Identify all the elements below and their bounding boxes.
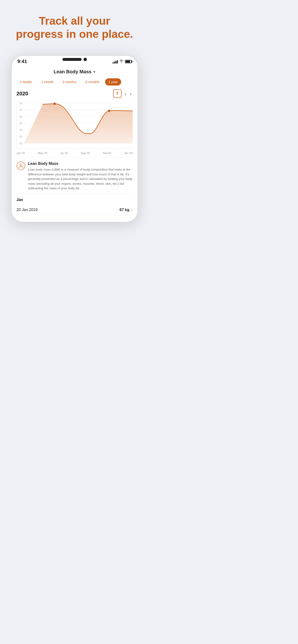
lean-body-mass-icon <box>17 162 25 171</box>
row-right: 67 kg › <box>119 208 132 212</box>
page-title-row: Lean Body Mass ▾ <box>17 66 133 78</box>
x-label-3: Sep '20 <box>81 152 90 154</box>
info-section: Lean Body Mass Lean body mass (LBM) is a… <box>17 158 133 194</box>
signal-icon <box>112 60 118 64</box>
date-section: Jan 20 Jan 2019 67 kg › <box>17 194 133 217</box>
status-time: 9:41 <box>18 59 27 64</box>
phone-content: Lean Body Mass ▾ 2 weeks 1 month 3 month… <box>12 66 137 222</box>
row-date: 20 Jan 2019 <box>17 208 38 212</box>
table-row[interactable]: 20 Jan 2019 67 kg › <box>17 205 133 215</box>
x-label-2: Jul '20 <box>60 152 68 154</box>
chart-header: 2020 T ‹ › <box>17 89 133 98</box>
x-label-4: Nov'20 <box>103 152 111 154</box>
hero-title: Track all your progress in one place. <box>0 0 149 50</box>
filter-1month[interactable]: 1 month <box>38 78 57 86</box>
svg-point-14 <box>53 102 56 105</box>
x-label-0: Jan '20 <box>17 152 25 154</box>
next-arrow-icon[interactable]: › <box>129 90 133 98</box>
filter-3months[interactable]: 3 months <box>59 78 80 86</box>
chevron-down-icon[interactable]: ▾ <box>93 70 95 74</box>
t-button[interactable]: T <box>113 89 122 98</box>
svg-text:67: 67 <box>20 108 22 112</box>
row-value: 67 kg <box>119 208 129 212</box>
status-icons <box>112 60 132 64</box>
filter-1year[interactable]: 1 year <box>105 78 121 86</box>
x-label-1: May '20 <box>38 152 47 154</box>
svg-text:62: 62 <box>20 142 22 145</box>
filter-2weeks[interactable]: 2 weeks <box>17 78 36 86</box>
date-section-label: Jan <box>17 198 133 202</box>
page-title: Lean Body Mass <box>54 69 92 74</box>
wifi-icon <box>119 60 123 64</box>
chart-area: 68 67 66 65 64 63 62 <box>17 101 133 149</box>
battery-fill <box>126 60 130 62</box>
status-bar: 9:41 <box>12 56 137 66</box>
chart-year: 2020 <box>17 90 28 97</box>
chart-x-labels: Jan '20 May '20 Jul '20 Sep '20 Nov'20 J… <box>17 151 133 158</box>
svg-text:66: 66 <box>20 115 22 118</box>
x-label-5: Jan '20 <box>124 152 132 154</box>
phone-frame: 9:41 Lean Body Mass ▾ <box>11 55 138 222</box>
prev-arrow-icon[interactable]: ‹ <box>123 90 127 98</box>
info-text-block: Lean Body Mass Lean body mass (LBM) is a… <box>28 162 133 191</box>
time-filters: 2 weeks 1 month 3 months 6 months 1 year <box>17 78 133 86</box>
battery-icon <box>125 60 132 63</box>
svg-text:65: 65 <box>20 122 22 125</box>
notch-pill <box>62 58 82 61</box>
info-title: Lean Body Mass <box>28 162 133 166</box>
row-arrow-icon[interactable]: › <box>131 208 132 212</box>
svg-text:63: 63 <box>20 135 22 138</box>
chart-controls: T ‹ › <box>113 89 132 98</box>
notch-camera <box>83 58 87 61</box>
svg-point-15 <box>108 110 110 112</box>
info-description: Lean body mass (LBM) is a measure of bod… <box>28 167 133 191</box>
notch <box>58 56 92 62</box>
svg-point-17 <box>20 164 22 166</box>
svg-text:64: 64 <box>20 129 22 132</box>
filter-6months[interactable]: 6 months <box>82 78 103 86</box>
svg-text:68: 68 <box>20 102 22 105</box>
